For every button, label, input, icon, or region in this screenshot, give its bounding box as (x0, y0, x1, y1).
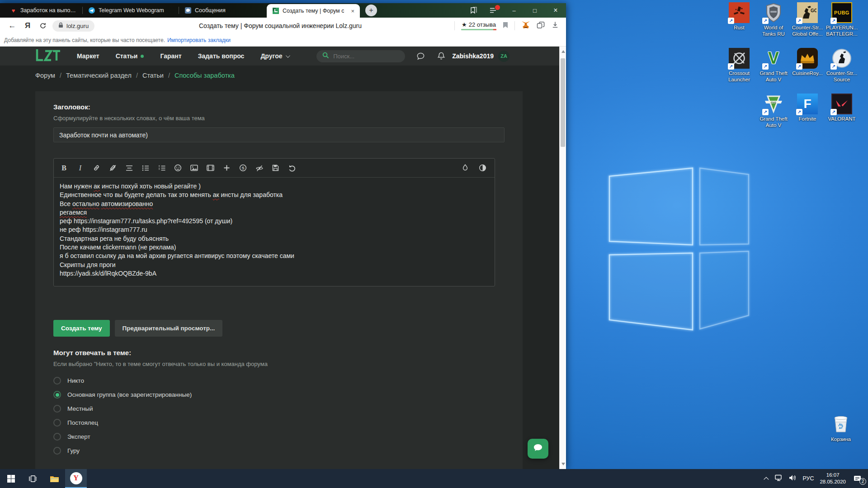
list-ol-icon[interactable] (157, 164, 166, 173)
desktop-icon-wot[interactable]: ↗World of Tanks RU (756, 2, 791, 38)
breadcrumb-item[interactable]: Форум (35, 72, 55, 79)
plus-icon[interactable] (222, 164, 231, 173)
nav-item-маркет[interactable]: Маркет (77, 52, 99, 60)
theme-toggle-icon[interactable] (478, 164, 487, 173)
emoji-icon[interactable] (173, 164, 183, 173)
radio-selected[interactable] (53, 391, 61, 399)
desktop-icon-cssource[interactable]: ↗Counter-Str... Source (824, 48, 859, 83)
download-icon[interactable] (552, 21, 559, 30)
recycle-bin[interactable]: Корзина (823, 414, 859, 443)
topic-title-input[interactable] (53, 127, 505, 142)
scroll-up-arrow[interactable] (561, 50, 565, 53)
undo-icon[interactable] (287, 164, 297, 173)
nav-item-другое[interactable]: Другое (260, 52, 288, 60)
bookmark-flag-icon[interactable] (503, 22, 508, 30)
desktop-icon-valorant[interactable]: ↗VALORANT (824, 94, 859, 122)
reply-option-row[interactable]: Постоялец (53, 416, 505, 430)
maximize-button[interactable]: □ (524, 3, 545, 18)
back-icon[interactable]: ← (5, 19, 20, 33)
desktop-icon-cuisine[interactable]: ↗CuisineRoy... (790, 48, 825, 77)
reload-icon[interactable] (35, 19, 51, 33)
browser-tab[interactable]: Telegram Web Webogram (83, 3, 179, 18)
unlink-icon[interactable] (108, 164, 118, 173)
action-center-icon[interactable]: 2 (852, 475, 863, 482)
italic-icon[interactable]: I (75, 164, 85, 173)
start-button[interactable] (0, 469, 22, 488)
desktop-icon-gtav2[interactable]: FIVE↗Grand Theft Auto V (756, 94, 791, 129)
scroll-down-arrow[interactable] (561, 463, 565, 465)
hide-icon[interactable] (255, 164, 264, 173)
messages-icon[interactable] (415, 51, 426, 61)
network-icon[interactable] (775, 474, 783, 483)
create-topic-button[interactable]: Создать тему (53, 320, 110, 337)
notifications-bell-icon[interactable] (436, 51, 447, 61)
media-icon[interactable] (206, 164, 215, 173)
spoiler-icon[interactable]: S (238, 164, 248, 173)
nav-item-статьи[interactable]: Статьи (116, 52, 144, 60)
bold-icon[interactable]: B (59, 164, 69, 173)
reviews-rating-bar (461, 29, 496, 30)
desktop-icon-fortnite[interactable]: F↗Fortnite (790, 94, 825, 122)
editor-content[interactable]: Нам нужен ак инсты похуй хоть новый рега… (54, 178, 495, 286)
desktop-icon-pubg[interactable]: PUBG↗PLAYERUN... BATTLEGR... (824, 2, 859, 38)
collections-icon[interactable] (537, 21, 545, 31)
new-content-dot (141, 55, 144, 58)
url-pill[interactable]: lolz.guru (52, 20, 94, 32)
task-view-button[interactable] (22, 469, 43, 488)
link-icon[interactable] (92, 164, 101, 173)
avatar[interactable]: ZA (498, 51, 509, 62)
preview-button[interactable]: Предварительный просмотр... (115, 320, 223, 337)
import-bookmarks-link[interactable]: Импортировать закладки (167, 37, 231, 43)
support-chat-button[interactable] (528, 439, 548, 459)
radio-unselected[interactable] (53, 433, 61, 441)
metamask-extension-icon[interactable] (521, 21, 530, 31)
reply-option-row[interactable]: Эксперт (53, 430, 505, 444)
yandex-logo-icon[interactable]: Я (20, 19, 35, 33)
reply-option-row[interactable]: Гуру (53, 444, 505, 458)
page-scrollbar[interactable] (559, 47, 566, 469)
search-box[interactable] (316, 50, 405, 62)
tab-close-button[interactable]: × (351, 8, 354, 14)
side-panel-bookmarks-icon[interactable] (464, 3, 484, 18)
radio-unselected[interactable] (53, 447, 61, 455)
list-ul-icon[interactable] (141, 164, 150, 173)
clock[interactable]: 16:07 28.05.2020 (820, 472, 846, 485)
desktop-icon-csgo[interactable]: GO↗Counter-Str... Global Offe... (790, 2, 825, 38)
scrollbar-thumb[interactable] (561, 58, 565, 147)
yandex-browser-taskbar-button[interactable]: Y (65, 469, 87, 488)
lzt-logo[interactable] (35, 49, 61, 63)
radio-unselected[interactable] (53, 419, 61, 427)
tray-expand-chevron-icon[interactable] (764, 477, 769, 482)
desktop-icon-label: Fortnite (790, 116, 825, 122)
browser-tab[interactable]: ♥Заработок на выполнении (5, 3, 82, 18)
reply-option-row[interactable]: Основная группа (все зарегистрированные) (53, 388, 505, 402)
browser-tab[interactable]: Сообщения (179, 3, 247, 18)
reply-option-row[interactable]: Местный (53, 402, 505, 416)
volume-icon[interactable] (789, 474, 797, 483)
reply-option-row[interactable]: Никто (53, 374, 505, 388)
radio-unselected[interactable] (53, 405, 61, 413)
language-indicator[interactable]: РУС (802, 475, 814, 482)
clear-format-icon[interactable] (460, 164, 470, 173)
desktop-icon-crossout[interactable]: ↗Crossout Launcher (722, 48, 757, 83)
browser-tab[interactable]: Создать тему | Форум с× (267, 4, 360, 18)
image-icon[interactable] (189, 164, 199, 173)
desktop-icon-gtav[interactable]: V↗Grand Theft Auto V (756, 48, 791, 83)
align-icon[interactable] (124, 164, 134, 173)
desktop-icon-rust[interactable]: ↗Rust (722, 2, 757, 31)
minimize-button[interactable]: – (504, 3, 524, 18)
username[interactable]: Zabishka2019 (452, 52, 494, 60)
radio-unselected[interactable] (53, 377, 61, 385)
close-button[interactable]: × (545, 3, 566, 18)
breadcrumb-item[interactable]: Тематический раздел (66, 72, 132, 79)
site-reviews[interactable]: ★ 22 отзыва (461, 21, 496, 30)
save-icon[interactable] (271, 164, 280, 173)
search-input[interactable] (333, 53, 392, 60)
new-tab-button[interactable]: + (365, 5, 377, 16)
nav-item-гарант[interactable]: Гарант (160, 52, 181, 60)
file-explorer-button[interactable] (43, 469, 65, 488)
breadcrumb-item[interactable]: Способы заработка (175, 72, 235, 79)
nav-item-задать-вопрос[interactable]: Задать вопрос (198, 52, 245, 60)
browser-menu-icon[interactable] (484, 3, 504, 18)
breadcrumb-item[interactable]: Статьи (142, 72, 164, 79)
